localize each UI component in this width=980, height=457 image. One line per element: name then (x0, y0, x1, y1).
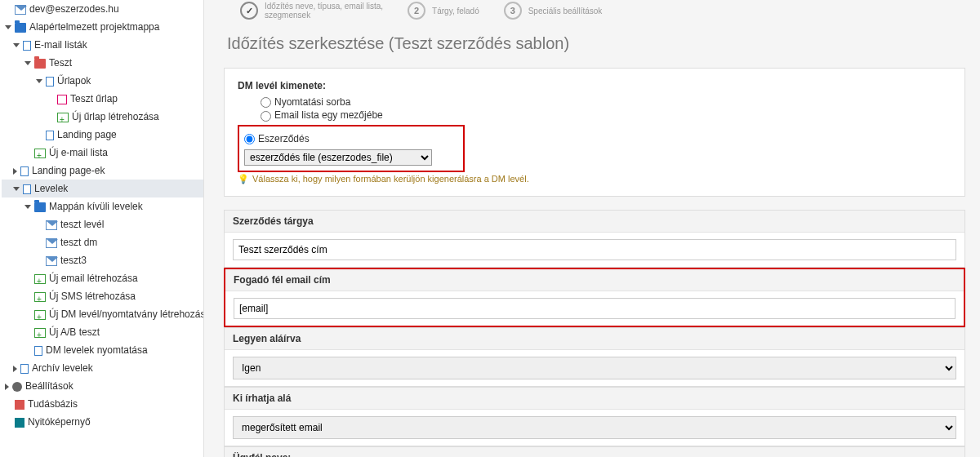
tree-item[interactable]: Landing page-ek (2, 162, 203, 180)
caret-right-icon[interactable] (13, 366, 17, 372)
tree-item-label: Archív levelek (32, 362, 93, 374)
signed-select[interactable]: Igen (233, 357, 956, 379)
plus-icon (34, 149, 46, 158)
step-2[interactable]: 2 Tárgy, feladó (408, 2, 479, 20)
dm-output-hint: Válassza ki, hogy milyen formában kerülj… (238, 174, 951, 184)
field-client-name: Ügyfél neve: (224, 446, 965, 457)
radio-email-list-field[interactable] (261, 111, 271, 122)
page-icon (23, 41, 31, 51)
tree-item-label: dev@eszerzodes.hu (29, 3, 119, 15)
tree-item[interactable]: Új SMS létrehozása (2, 287, 203, 305)
field-contract-subject: Szerződés tárgya (224, 210, 965, 268)
mail-icon (15, 5, 26, 15)
plus-icon (34, 274, 46, 284)
caret-down-icon[interactable] (5, 25, 11, 29)
tree-item[interactable]: teszt dm (2, 233, 203, 251)
tree-item-label: DM levelek nyomtatása (46, 344, 148, 356)
tree-item[interactable]: Nyitóképernyő (2, 413, 203, 431)
tree-item[interactable]: Mappán kívüli levelek (2, 197, 203, 215)
tree-item-label: Űrlapok (57, 75, 91, 87)
folder-icon (15, 23, 26, 33)
tree-item[interactable]: Alapértelmezett projektmappa (2, 18, 203, 36)
tree-item[interactable]: Új e-mail lista (2, 144, 203, 162)
tree-item[interactable]: Archív levelek (2, 359, 203, 377)
tree-item-label: Új A/B teszt (49, 326, 100, 338)
tree-item[interactable]: dev@eszerzodes.hu (2, 0, 203, 18)
tree-item[interactable]: Tudásbázis (2, 395, 203, 413)
plus-icon (34, 310, 46, 320)
caret-down-icon[interactable] (24, 205, 31, 209)
who-can-sign-select[interactable]: megerősített email (233, 416, 956, 439)
tree-item-label: E-mail listák (34, 39, 87, 51)
tree-item[interactable]: Új űrlap létrehozása (2, 108, 203, 126)
tree-item-label: Tudásbázis (28, 398, 78, 410)
tree-item-label: teszt levél (60, 219, 104, 230)
tree-item-label: Új email létrehozása (49, 273, 138, 284)
mail-icon (46, 238, 57, 248)
caret-right-icon[interactable] (13, 168, 17, 175)
step-number-icon: 3 (504, 2, 522, 20)
step-2-label: Tárgy, feladó (432, 7, 479, 16)
tree-item[interactable]: Landing page (2, 126, 203, 144)
highlight-eszerzodes: Eszerződés eszerződés file (eszerzodes_f… (238, 125, 465, 172)
tree-item[interactable]: Levelek (2, 180, 203, 197)
contract-subject-input[interactable] (233, 239, 956, 260)
step-number-icon: 2 (408, 2, 425, 20)
tree-item-label: Teszt űrlap (70, 93, 118, 104)
tree-item[interactable]: Új A/B teszt (2, 323, 203, 341)
caret-down-icon[interactable] (13, 187, 20, 191)
tree-item-label: Mappán kívüli levelek (49, 201, 143, 212)
field-client-name-label: Ügyfél neve: (225, 447, 964, 457)
radio-eszerzodes[interactable] (244, 134, 255, 144)
recipient-email-input[interactable] (234, 298, 956, 319)
mail-icon (46, 220, 57, 230)
page-icon (20, 166, 29, 176)
tree-item[interactable]: teszt levél (2, 215, 203, 233)
tree-item[interactable]: Új email létrehozása (2, 269, 203, 287)
caret-down-icon[interactable] (24, 61, 31, 65)
step-3[interactable]: 3 Speciális beállítások (504, 2, 603, 20)
step-1[interactable]: ✓ Időzítés neve, típusa, email lista,sze… (240, 2, 383, 20)
eszerzodes-file-select[interactable]: eszerződés file (eszerzodes_file) (244, 149, 432, 166)
caret-down-icon[interactable] (36, 79, 42, 83)
wizard-steps: ✓ Időzítés neve, típusa, email lista,sze… (224, 0, 965, 26)
tree-item-label: Landing page-ek (32, 165, 105, 176)
home-icon (15, 418, 24, 428)
tree-item[interactable]: Űrlapok (2, 72, 203, 90)
tree-item[interactable]: Teszt (2, 54, 203, 72)
folder-red-icon (34, 59, 46, 69)
step-1-label-b: szegmensek (265, 11, 310, 20)
tree-item[interactable]: E-mail listák (2, 36, 203, 54)
page-icon (34, 346, 42, 356)
tree-item[interactable]: Beállítások (2, 377, 203, 395)
tree-item-label: Beállítások (25, 380, 74, 392)
tree-item-label: teszt dm (60, 237, 97, 248)
tree-item-label: Új űrlap létrehozása (72, 111, 159, 122)
caret-right-icon[interactable] (5, 384, 9, 390)
field-signed: Legyen aláírva Igen (224, 327, 965, 387)
caret-down-icon[interactable] (13, 43, 20, 47)
field-recipient-email-label: Fogadó fél email cím (225, 269, 964, 291)
field-contract-subject-label: Szerződés tárgya (225, 211, 964, 233)
sidebar-tree: dev@eszerzodes.huAlapértelmezett projekt… (0, 0, 204, 457)
plus-icon (34, 328, 46, 338)
step-3-label: Speciális beállítások (528, 7, 603, 16)
tree-item-label: Új DM levél/nyomtatvány létrehozása (49, 308, 204, 320)
tree-item-label: teszt3 (60, 255, 87, 266)
book-icon (15, 400, 24, 410)
page-icon (46, 131, 54, 140)
tree-item[interactable]: Teszt űrlap (2, 90, 203, 108)
dm-output-heading: DM levél kimenete: (238, 80, 951, 91)
radio-eszerzodes-label: Eszerződés (258, 133, 310, 144)
radio-print-queue-label: Nyomtatási sorba (274, 96, 350, 108)
tree-item[interactable]: DM levelek nyomtatása (2, 341, 203, 359)
field-who-can-sign: Ki írhatja alá megerősített email (224, 387, 965, 446)
radio-email-list-field-label: Email lista egy mezőjébe (274, 109, 383, 121)
page-title: Időzítés szerkesztése (Teszt szerződés s… (227, 34, 965, 53)
tree-item[interactable]: Új DM levél/nyomtatvány létrehozása (2, 305, 203, 323)
field-signed-label: Legyen aláírva (225, 328, 964, 350)
tree-item[interactable]: teszt3 (2, 251, 203, 269)
page-icon (20, 364, 29, 374)
radio-print-queue[interactable] (261, 97, 271, 108)
tree-item-label: Teszt (49, 57, 72, 69)
